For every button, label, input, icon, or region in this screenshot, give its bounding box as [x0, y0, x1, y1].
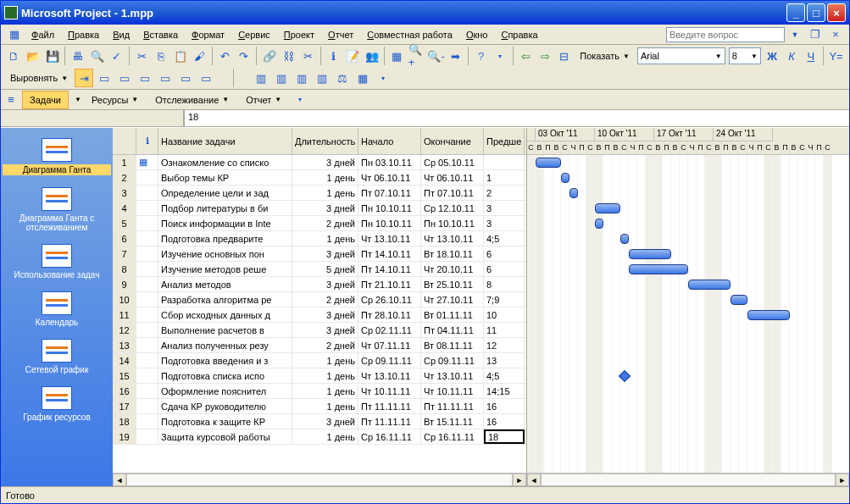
tasks-dd[interactable]: ▼: [70, 91, 82, 109]
gantt-chart[interactable]: 03 Окт '1110 Окт '1117 Окт '1124 Окт '11…: [526, 128, 849, 486]
bold-button[interactable]: Ж: [764, 47, 781, 65]
g6-icon[interactable]: ▦: [353, 69, 372, 87]
gantt-bar[interactable]: [629, 249, 671, 259]
col-duration[interactable]: Длительность: [292, 128, 358, 154]
italic-button[interactable]: К: [783, 47, 801, 65]
table-row[interactable]: 7Изучение основных пон3 днейПт 14.10.11В…: [113, 246, 526, 262]
table-row[interactable]: 8Изучение методов реше5 днейПт 14.10.11Ч…: [113, 262, 526, 277]
nav-back-icon[interactable]: ⇦: [517, 47, 535, 65]
menu-Окно[interactable]: Окно: [459, 28, 495, 42]
show-button[interactable]: Показать▼: [574, 47, 636, 65]
col-pred[interactable]: Предше: [484, 128, 525, 154]
col-end[interactable]: Окончание: [421, 128, 484, 154]
ask-dropdown[interactable]: ▼: [786, 25, 804, 44]
copy-icon[interactable]: ⎘: [152, 47, 169, 65]
filter-icon[interactable]: Y=: [827, 47, 845, 65]
close-doc-icon[interactable]: ×: [826, 25, 845, 44]
font-combo[interactable]: Arial▼: [637, 47, 725, 64]
sidebar-Календарь[interactable]: Календарь: [1, 288, 113, 335]
toolbar2-overflow[interactable]: ▾: [374, 69, 392, 87]
t6-icon[interactable]: ▭: [197, 69, 215, 87]
save-icon[interactable]: 💾: [44, 47, 62, 65]
t5-icon[interactable]: ▭: [176, 69, 195, 87]
indent-icon[interactable]: ⇥: [75, 69, 93, 87]
goto-icon[interactable]: ➡: [447, 47, 465, 65]
table-row[interactable]: 14Подготовка введения и з1 деньСр 09.11.…: [113, 353, 526, 368]
menu-Правка[interactable]: Правка: [61, 28, 106, 42]
g3-icon[interactable]: ▥: [292, 69, 311, 87]
col-name[interactable]: Название задачи: [158, 128, 292, 154]
task-grid[interactable]: ℹ Название задачи Длительность Начало Ок…: [113, 128, 526, 486]
table-row[interactable]: 1▦Ознакомление со списко3 днейПн 03.10.1…: [113, 155, 526, 170]
table-row[interactable]: 2Выбор темы КР1 деньЧт 06.10.11Чт 06.10.…: [113, 170, 526, 186]
t1-icon[interactable]: ▭: [95, 69, 114, 87]
menu-Вид[interactable]: Вид: [106, 28, 136, 42]
g1-icon[interactable]: ▥: [252, 69, 270, 87]
nav-up-icon[interactable]: ⊟: [555, 47, 573, 65]
viewbar-overflow[interactable]: ▾: [291, 91, 309, 109]
gantt-bar[interactable]: [595, 219, 603, 229]
formula-value[interactable]: 18: [184, 110, 849, 126]
gantt-bar[interactable]: [688, 280, 731, 290]
table-row[interactable]: 15Подготовка списка испо1 деньЧт 13.10.1…: [113, 368, 526, 384]
sidebar-Диаграмма Ганта[interactable]: Диаграмма Ганта: [1, 135, 113, 184]
table-row[interactable]: 6Подготовка предварите1 деньЧт 13.10.11Ч…: [113, 231, 526, 246]
tasks-view-button[interactable]: Задачи: [22, 91, 69, 109]
toolbar-overflow[interactable]: ▾: [492, 47, 509, 65]
preview-icon[interactable]: 🔍: [88, 47, 106, 65]
table-row[interactable]: 10Разработка алгоритма ре2 днейСр 26.10.…: [113, 292, 526, 307]
g4-icon[interactable]: ▥: [313, 69, 331, 87]
maximize-button[interactable]: □: [807, 3, 825, 22]
menu-Проект[interactable]: Проект: [277, 28, 321, 42]
gantt-bar[interactable]: [569, 188, 578, 198]
gantt-bar[interactable]: [747, 310, 790, 320]
ask-question-input[interactable]: [666, 27, 785, 42]
table-row[interactable]: 4Подбор литературы в би3 днейПн 10.10.11…: [113, 201, 526, 216]
sidebar-Использование задач[interactable]: Использование задач: [1, 241, 113, 288]
t3-icon[interactable]: ▭: [136, 69, 154, 87]
sidebar-Диаграмма Ганта с отслеживанием[interactable]: Диаграмма Ганта с отслеживанием: [1, 184, 113, 241]
table-row[interactable]: 19Защита курсовой работы1 деньСр 16.11.1…: [113, 429, 526, 445]
paste-icon[interactable]: 📋: [171, 47, 189, 65]
gantt-hscroll[interactable]: ◄►: [527, 473, 849, 486]
redo-icon[interactable]: ↷: [236, 47, 253, 65]
g2-icon[interactable]: ▥: [272, 69, 291, 87]
menu-Формат[interactable]: Формат: [185, 28, 231, 42]
report-view-button[interactable]: Отчет▼: [238, 91, 289, 109]
undo-icon[interactable]: ↶: [216, 47, 234, 65]
t2-icon[interactable]: ▭: [115, 69, 134, 87]
restore-window-icon[interactable]: ❐: [806, 25, 825, 44]
zoom-in-icon[interactable]: 🔍+: [408, 47, 425, 65]
print-icon[interactable]: 🖶: [69, 47, 86, 65]
group-icon[interactable]: ▦: [388, 47, 406, 65]
vb-icon[interactable]: ≡: [2, 91, 20, 109]
menu-Отчет[interactable]: Отчет: [321, 28, 360, 42]
table-row[interactable]: 13Анализ полученных резу2 днейЧт 07.11.1…: [113, 338, 526, 353]
split-icon[interactable]: ✂: [299, 47, 317, 65]
unlink-icon[interactable]: ⛓: [280, 47, 297, 65]
table-row[interactable]: 3Определение цели и зад1 деньПт 07.10.11…: [113, 186, 526, 201]
gantt-bar[interactable]: [629, 264, 688, 274]
table-row[interactable]: 11Сбор исходных данных д3 днейПт 28.10.1…: [113, 307, 526, 323]
note-icon[interactable]: 📝: [343, 47, 361, 65]
menu-Сервис[interactable]: Сервис: [231, 28, 277, 42]
t4-icon[interactable]: ▭: [156, 69, 175, 87]
link-icon[interactable]: 🔗: [260, 47, 278, 65]
new-icon[interactable]: 🗋: [5, 47, 23, 65]
help-icon[interactable]: ?: [472, 47, 490, 65]
table-row[interactable]: 16Оформление пояснител1 деньЧт 10.11.11Ч…: [113, 384, 526, 399]
sidebar-График ресурсов[interactable]: График ресурсов: [1, 383, 113, 430]
col-info[interactable]: ℹ: [136, 128, 158, 154]
grid-hscroll[interactable]: ◄►: [113, 473, 526, 486]
spell-icon[interactable]: ✓: [108, 47, 125, 65]
nav-fwd-icon[interactable]: ⇨: [536, 47, 554, 65]
gantt-bar[interactable]: [595, 203, 620, 213]
format-painter-icon[interactable]: 🖌: [191, 47, 208, 65]
table-row[interactable]: 17Сдача КР руководителю1 деньПт 11.11.11…: [113, 399, 526, 414]
gantt-bar[interactable]: [620, 234, 629, 244]
zoom-out-icon[interactable]: 🔍-: [427, 47, 446, 65]
align-button[interactable]: Выровнять▼: [4, 69, 74, 87]
g5-icon[interactable]: ⚖: [333, 69, 352, 87]
close-button[interactable]: ×: [827, 3, 846, 22]
tracking-view-button[interactable]: Отслеживание▼: [147, 91, 236, 109]
